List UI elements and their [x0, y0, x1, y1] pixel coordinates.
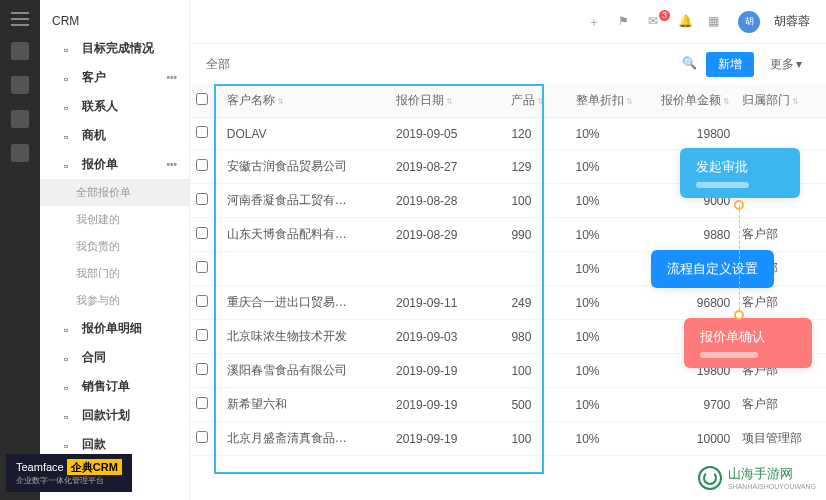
sidebar-subitem[interactable]: 我负责的 — [40, 233, 189, 260]
quote-date: 2019-09-05 — [390, 118, 505, 150]
row-checkbox[interactable] — [196, 295, 208, 307]
sidebar-subitem[interactable]: 我创建的 — [40, 206, 189, 233]
sidebar-item[interactable]: ▫联系人 — [40, 92, 189, 121]
sidebar-item[interactable]: ▫销售订单 — [40, 372, 189, 401]
rail-item[interactable] — [11, 76, 29, 94]
row-checkbox[interactable] — [196, 261, 208, 273]
customer-name: 北京味浓生物技术开发 — [227, 328, 347, 345]
dots-icon[interactable]: ••• — [166, 72, 177, 83]
column-header[interactable]: 整单折扣⇅ — [570, 84, 647, 118]
sort-icon[interactable]: ⇅ — [723, 97, 730, 106]
discount: 10% — [570, 388, 647, 422]
toolbar: 全部 🔍 新增 更多 ▾ — [190, 44, 826, 84]
user-name: 胡蓉蓉 — [774, 13, 810, 30]
table-row[interactable]: DOLAV2019-09-0512010%19800 — [190, 118, 826, 150]
connector-dot — [734, 310, 744, 320]
sort-icon[interactable]: ⇅ — [537, 97, 544, 106]
column-header[interactable]: 客户名称⇅ — [221, 84, 390, 118]
logo-icon — [698, 466, 722, 490]
quote-date — [390, 252, 505, 286]
more-button[interactable]: 更多 ▾ — [762, 52, 810, 77]
dots-icon[interactable]: ••• — [166, 159, 177, 170]
customer-name: 溪阳春雪食品有限公司 — [227, 362, 347, 379]
row-checkbox[interactable] — [196, 363, 208, 375]
customer-name: 北京月盛斋清真食品有... — [227, 430, 347, 447]
table-row[interactable]: 北京月盛斋清真食品有...2019-09-1910010%10000项目管理部 — [190, 422, 826, 456]
rail-item[interactable] — [11, 110, 29, 128]
sidebar-subitem[interactable]: 我部门的 — [40, 260, 189, 287]
sidebar-item[interactable]: ▫报价单••• — [40, 150, 189, 179]
plus-icon[interactable]: ＋ — [588, 14, 604, 30]
amount: 19800 — [646, 118, 736, 150]
row-checkbox[interactable] — [196, 329, 208, 341]
row-checkbox[interactable] — [196, 126, 208, 138]
column-header[interactable]: 报价单金额⇅ — [646, 84, 736, 118]
new-button[interactable]: 新增 — [706, 52, 754, 77]
discount: 10% — [570, 252, 647, 286]
department: 客户部 — [736, 218, 826, 252]
menu-icon[interactable] — [11, 12, 29, 26]
table-row[interactable]: 山东天博食品配料有限...2019-08-2999010%9880客户部 — [190, 218, 826, 252]
sidebar-subitem[interactable]: 全部报价单 — [40, 179, 189, 206]
sort-icon[interactable]: ⇅ — [446, 97, 453, 106]
rail-item[interactable] — [11, 42, 29, 60]
callout-workflow: 流程自定义设置 — [651, 250, 774, 288]
row-checkbox[interactable] — [196, 159, 208, 171]
topbar: ＋ ⚑ ✉3 🔔 ▦ 胡 胡蓉蓉 — [190, 0, 826, 44]
sort-icon[interactable]: ⇅ — [277, 97, 284, 106]
search-icon[interactable]: 🔍 — [682, 56, 698, 72]
nav-icon: ▫ — [64, 352, 76, 364]
nav-icon: ▫ — [64, 439, 76, 451]
callout-approve: 发起审批 — [680, 148, 800, 198]
discount: 10% — [570, 184, 647, 218]
quote-date: 2019-09-19 — [390, 388, 505, 422]
sidebar-item[interactable]: ▫回款计划 — [40, 401, 189, 430]
product: 100 — [505, 354, 569, 388]
discount: 10% — [570, 286, 647, 320]
sidebar-item[interactable]: ▫目标完成情况 — [40, 34, 189, 63]
sort-icon[interactable]: ⇅ — [792, 97, 799, 106]
grid-icon[interactable]: ▦ — [708, 14, 724, 30]
discount: 10% — [570, 354, 647, 388]
mail-icon[interactable]: ✉3 — [648, 14, 664, 30]
bell-icon[interactable]: 🔔 — [678, 14, 694, 30]
flag-icon[interactable]: ⚑ — [618, 14, 634, 30]
row-checkbox[interactable] — [196, 227, 208, 239]
quote-date: 2019-09-03 — [390, 320, 505, 354]
product — [505, 252, 569, 286]
column-header[interactable]: 归属部门⇅ — [736, 84, 826, 118]
filter-label[interactable]: 全部 — [206, 56, 230, 73]
notification-badge: 3 — [659, 10, 670, 21]
nav-icon: ▫ — [64, 130, 76, 142]
customer-name: 安徽古润食品贸易公司 — [227, 158, 347, 175]
department: 客户部 — [736, 388, 826, 422]
amount: 10000 — [646, 422, 736, 456]
select-all-checkbox[interactable] — [196, 93, 208, 105]
rail-item[interactable] — [11, 144, 29, 162]
sidebar-item[interactable]: ▫报价单明细 — [40, 314, 189, 343]
discount: 10% — [570, 150, 647, 184]
avatar[interactable]: 胡 — [738, 11, 760, 33]
column-header[interactable]: 报价日期⇅ — [390, 84, 505, 118]
amount: 9700 — [646, 388, 736, 422]
row-checkbox[interactable] — [196, 431, 208, 443]
nav-icon: ▫ — [64, 323, 76, 335]
app-title: CRM — [40, 8, 189, 34]
department — [736, 118, 826, 150]
product: 990 — [505, 218, 569, 252]
sidebar-item[interactable]: ▫合同 — [40, 343, 189, 372]
discount: 10% — [570, 218, 647, 252]
table-row[interactable]: 新希望六和2019-09-1950010%9700客户部 — [190, 388, 826, 422]
sidebar-subitem[interactable]: 我参与的 — [40, 287, 189, 314]
quote-date: 2019-09-19 — [390, 422, 505, 456]
row-checkbox[interactable] — [196, 397, 208, 409]
product: 249 — [505, 286, 569, 320]
column-header[interactable]: 产品⇅ — [505, 84, 569, 118]
footer-brand-left: Teamface 企典CRM 企业数字一体化管理平台 — [6, 454, 132, 492]
table-row[interactable]: 重庆合一进出口贸易有...2019-09-1124910%96800客户部 — [190, 286, 826, 320]
row-checkbox[interactable] — [196, 193, 208, 205]
sidebar-item[interactable]: ▫商机 — [40, 121, 189, 150]
callout-confirm: 报价单确认 — [684, 318, 812, 368]
sort-icon[interactable]: ⇅ — [626, 97, 633, 106]
sidebar-item[interactable]: ▫客户••• — [40, 63, 189, 92]
